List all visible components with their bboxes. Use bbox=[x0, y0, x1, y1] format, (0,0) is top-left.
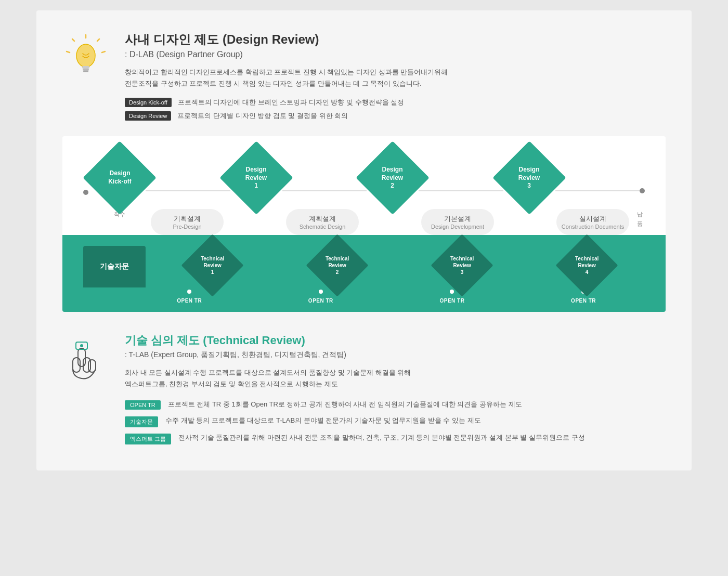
opentr-badge-desc: 프로젝트 전체 TR 중 1회를 Open TR로 정하고 공개 진행하여 사내… bbox=[168, 399, 666, 410]
phase-label-ko-4: 실시설계 bbox=[556, 214, 629, 224]
top-section: 사내 디자인 제도 (Design Review) : D-LAB (Desig… bbox=[62, 31, 666, 121]
phase-label-en-1: Pre-Design bbox=[151, 224, 224, 230]
diamond-dr2-text: DesignReview2 bbox=[382, 166, 403, 190]
diamond-dr3-text: DesignReview3 bbox=[518, 166, 540, 190]
phase-label-en-3: Design Development bbox=[421, 224, 494, 230]
diamond-dr3: DesignReview3 bbox=[492, 141, 566, 214]
tech-tr2-wrapper: TechnicalReview2 bbox=[295, 243, 379, 287]
svg-line-3 bbox=[72, 39, 74, 41]
opentr-badge: OPEN TR bbox=[125, 400, 161, 410]
badge-item-kickoff: Design Kick-off 프로젝트의 디자인에 대한 브레인 스토밍과 디… bbox=[125, 98, 448, 107]
open-tr-label-2: OPEN TR bbox=[308, 298, 333, 304]
open-tr-dot-3 bbox=[450, 290, 454, 294]
line-4 bbox=[555, 190, 640, 191]
svg-point-14 bbox=[80, 344, 83, 347]
tech-diamond-tr4: TechnicalReview4 bbox=[555, 234, 618, 297]
bottom-badge-list: OPEN TR 프로젝트 전체 TR 중 1회를 Open TR로 정하고 공개… bbox=[125, 399, 666, 444]
bottom-subtitle: : T-LAB (Expert Group, 품질기획팀, 친환경팀, 디지털건… bbox=[125, 350, 666, 360]
top-content: 사내 디자인 제도 (Design Review) : D-LAB (Desig… bbox=[125, 31, 448, 121]
tech-tr4-wrapper: TechnicalReview4 bbox=[545, 243, 628, 287]
kickoff-badge: Design Kick-off bbox=[125, 98, 172, 107]
svg-rect-8 bbox=[83, 71, 88, 72]
open-tr-dot-1 bbox=[187, 290, 191, 294]
bottom-title: 기술 심의 제도 (Technical Review) bbox=[125, 333, 666, 348]
tech-diamond-tr1: TechnicalReview1 bbox=[181, 234, 243, 297]
tech-tr1-wrapper: TechnicalReview1 bbox=[171, 243, 254, 287]
open-tr-dot-2 bbox=[319, 290, 323, 294]
end-label: 납품 bbox=[637, 211, 643, 227]
phase-label-en-2: Schematic Design bbox=[286, 224, 359, 230]
line-3 bbox=[419, 190, 503, 191]
bottom-badge-item-advisor: 기술자문 수주 개발 등의 프로젝트를 대상으로 T-LAB의 분야별 전문가의… bbox=[125, 415, 666, 427]
tech-row-background: 기술자문 TechnicalReview1 TechnicalReview2 bbox=[62, 235, 666, 312]
advisor-badge-desc: 수주 개발 등의 프로젝트를 대상으로 T-LAB의 분야별 전문가의 기술자문… bbox=[165, 415, 666, 426]
phase-label-ko-2: 계획설계 bbox=[286, 214, 359, 224]
lightbulb-icon bbox=[62, 34, 109, 81]
top-title: 사내 디자인 제도 (Design Review) bbox=[125, 31, 448, 48]
phase-label-ko-1: 기획설계 bbox=[151, 214, 224, 224]
svg-rect-9 bbox=[78, 348, 85, 366]
expert-badge: 엑스퍼트 그룹 bbox=[125, 434, 171, 444]
tech-tr3-wrapper: TechnicalReview3 bbox=[420, 243, 503, 287]
bottom-content: 기술 심의 제도 (Technical Review) : T-LAB (Exp… bbox=[125, 333, 666, 444]
top-badge-row: Design Kick-off 프로젝트의 디자인에 대한 브레인 스토밍과 디… bbox=[125, 98, 448, 121]
top-subtitle: : D-LAB (Design Partner Group) bbox=[125, 50, 448, 59]
tech-advisor-box: 기술자문 bbox=[83, 246, 146, 287]
line-1 bbox=[146, 190, 230, 191]
svg-line-1 bbox=[97, 39, 99, 41]
diamond-dr1: DesignReview1 bbox=[219, 141, 293, 214]
svg-line-4 bbox=[67, 51, 70, 53]
main-card: 사내 디자인 제도 (Design Review) : D-LAB (Desig… bbox=[36, 10, 692, 470]
tech-diamond-tr2: TechnicalReview2 bbox=[306, 234, 368, 297]
open-tr-label-1: OPEN TR bbox=[177, 298, 202, 304]
phase-label-ko-3: 기본설계 bbox=[421, 214, 494, 224]
svg-rect-6 bbox=[82, 66, 89, 69]
top-description: 창의적이고 합리적인 디자인프로세스를 확립하고 프로젝트 진행 시 책임있는 … bbox=[125, 67, 448, 89]
tech-diamond-tr2-text: TechnicalReview2 bbox=[325, 255, 348, 276]
diamond-kickoff-text: DesignKick-off bbox=[108, 170, 132, 186]
end-dot bbox=[640, 188, 645, 193]
badge-item-review: Design Review 프로젝트의 단계별 디자인 방향 검토 및 결정을 … bbox=[125, 111, 448, 121]
expert-badge-desc: 전사적 기술 품질관리를 위해 마련된 사내 전문 조직을 말하며, 건축, 구… bbox=[178, 433, 666, 443]
svg-rect-7 bbox=[83, 69, 89, 71]
review-desc: 프로젝트의 단계별 디자인 방향 검토 및 결정을 위한 회의 bbox=[177, 111, 348, 121]
svg-point-5 bbox=[76, 44, 95, 67]
bottom-section: 기술 심의 제도 (Technical Review) : T-LAB (Exp… bbox=[62, 333, 666, 444]
kickoff-desc: 프로젝트의 디자인에 대한 브레인 스토밍과 디자인 방향 및 수행전략을 설정 bbox=[178, 98, 405, 107]
diamond-kickoff: DesignKick-off bbox=[83, 141, 156, 214]
open-tr-2: OPEN TR bbox=[277, 290, 365, 305]
tech-diamond-tr1-text: TechnicalReview1 bbox=[200, 255, 224, 276]
review-badge: Design Review bbox=[125, 111, 171, 121]
svg-line-2 bbox=[102, 51, 105, 53]
open-tr-3: OPEN TR bbox=[408, 290, 496, 305]
open-tr-1: OPEN TR bbox=[146, 290, 233, 305]
open-tr-row: OPEN TR OPEN TR OPEN TR OPEN TR bbox=[83, 290, 645, 312]
start-dot bbox=[83, 190, 88, 195]
open-tr-label-4: OPEN TR bbox=[571, 298, 596, 304]
line-2 bbox=[282, 190, 367, 191]
advisor-badge: 기술자문 bbox=[125, 416, 158, 427]
bottom-badge-item-opentr: OPEN TR 프로젝트 전체 TR 중 1회를 Open TR로 정하고 공개… bbox=[125, 399, 666, 410]
tech-review-row: 기술자문 TechnicalReview1 TechnicalReview2 bbox=[83, 243, 645, 287]
bottom-description: 회사 내 모든 실시설계 수행 프로젝트를 대상으로 설계도서의 품질향상 및 … bbox=[125, 367, 666, 390]
phase-label-en-4: Construction Documents bbox=[556, 224, 629, 230]
bottom-badge-item-expert: 엑스퍼트 그룹 전사적 기술 품질관리를 위해 마련된 사내 전문 조직을 말하… bbox=[125, 433, 666, 444]
diagram-container: DesignKick-off DesignReview1 bbox=[62, 136, 666, 312]
diamond-dr2: DesignReview2 bbox=[356, 141, 429, 214]
tech-diamond-tr4-text: TechnicalReview4 bbox=[575, 255, 598, 276]
diamond-dr1-text: DesignReview1 bbox=[245, 166, 267, 190]
hand-icon bbox=[62, 338, 109, 385]
tech-diamond-tr3-text: TechnicalReview3 bbox=[450, 255, 473, 276]
tech-diamond-tr3: TechnicalReview3 bbox=[431, 234, 493, 297]
open-tr-label-3: OPEN TR bbox=[439, 298, 464, 304]
